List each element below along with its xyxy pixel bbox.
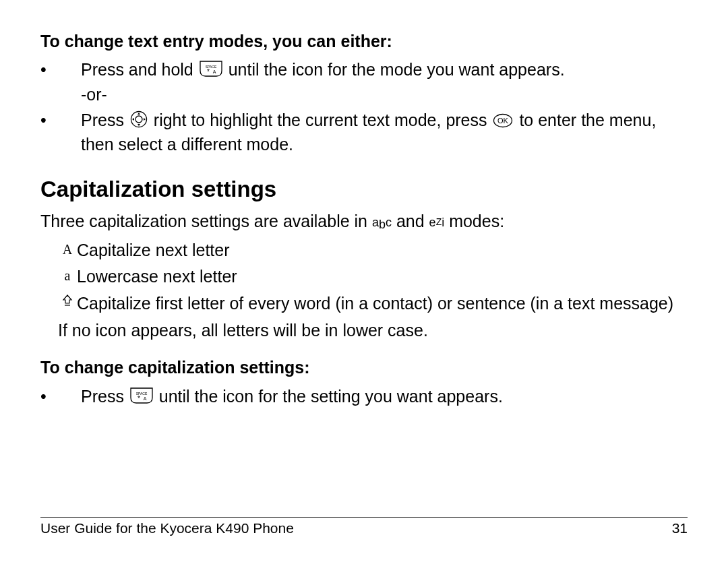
cap-item-lower: a Lowercase next letter bbox=[58, 266, 688, 288]
ok-key-icon: OK bbox=[493, 111, 513, 133]
change-cap-list: Press SPACE * A until the icon for the s… bbox=[40, 385, 688, 409]
shift-up-icon bbox=[58, 292, 77, 307]
page-footer: User Guide for the Kyocera K490 Phone 31 bbox=[40, 517, 688, 536]
svg-text:*: * bbox=[207, 68, 210, 75]
change-modes-heading: To change text entry modes, you can eith… bbox=[40, 31, 688, 52]
star-key-icon: SPACE * A bbox=[130, 387, 153, 409]
change-cap-heading: To change capitalization settings: bbox=[40, 357, 688, 378]
change-modes-item-2: Press right to highlight the current tex… bbox=[40, 109, 688, 155]
svg-text:OK: OK bbox=[498, 117, 510, 125]
text: Capitalize next letter bbox=[77, 239, 688, 262]
capitalization-heading: Capitalization settings bbox=[40, 177, 688, 202]
cap-letter-upper-icon: A bbox=[58, 239, 77, 259]
footer-title: User Guide for the Kyocera K490 Phone bbox=[40, 520, 294, 536]
svg-text:*: * bbox=[138, 395, 140, 402]
cap-item-upper: A Capitalize next letter bbox=[58, 239, 688, 262]
text: until the icon for the setting you want … bbox=[159, 387, 503, 406]
svg-point-4 bbox=[135, 116, 142, 123]
change-cap-item-1: Press SPACE * A until the icon for the s… bbox=[40, 385, 688, 409]
svg-text:A: A bbox=[212, 69, 216, 74]
text: Press bbox=[81, 111, 129, 129]
capitalization-note: If no icon appears, all letters will be … bbox=[58, 319, 688, 342]
or-text: -or- bbox=[81, 84, 688, 106]
text: Lowercase next letter bbox=[77, 266, 688, 288]
change-modes-list: Press and hold SPACE * A until the icon … bbox=[40, 59, 688, 155]
text: modes: bbox=[449, 212, 504, 230]
star-key-icon: SPACE * A bbox=[200, 60, 222, 82]
text: right to highlight the current text mode… bbox=[154, 111, 492, 129]
svg-text:A: A bbox=[144, 396, 147, 401]
abc-mode-icon: abc bbox=[372, 215, 392, 230]
ezi-mode-icon: eZi bbox=[429, 215, 445, 230]
text: Press bbox=[81, 387, 129, 406]
cap-item-wordcap: Capitalize first letter of every word (i… bbox=[58, 292, 688, 315]
nav-ring-icon bbox=[130, 111, 148, 133]
text: and bbox=[396, 212, 429, 230]
text: Three capitalization settings are availa… bbox=[40, 212, 372, 230]
text: Capitalize first letter of every word (i… bbox=[77, 292, 688, 315]
page-number: 31 bbox=[672, 520, 688, 536]
cap-letter-lower-icon: a bbox=[58, 266, 77, 285]
text: Press and hold bbox=[81, 60, 198, 79]
capitalization-list: A Capitalize next letter a Lowercase nex… bbox=[58, 239, 688, 315]
text: until the icon for the mode you want app… bbox=[229, 60, 565, 79]
capitalization-intro: Three capitalization settings are availa… bbox=[40, 210, 688, 232]
manual-page: To change text entry modes, you can eith… bbox=[0, 0, 728, 562]
change-modes-item-1: Press and hold SPACE * A until the icon … bbox=[40, 59, 688, 105]
